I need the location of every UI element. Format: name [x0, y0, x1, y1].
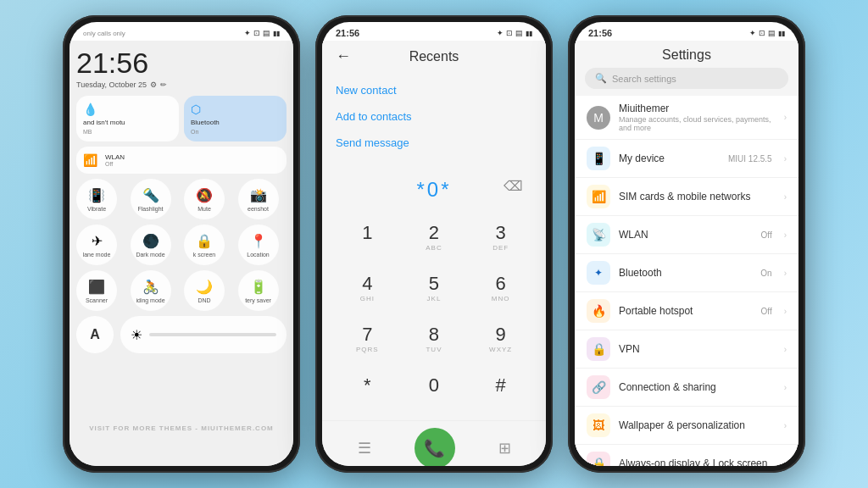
dialer-display: *0* ⌫ — [322, 161, 546, 210]
data-icon: 💧 — [83, 103, 172, 116]
wlan-tile[interactable]: 📶 WLAN Off — [76, 147, 287, 174]
brightness-control[interactable]: ☀ — [120, 316, 287, 353]
a-label: A — [90, 327, 100, 342]
chevron-icon: › — [784, 269, 787, 278]
status-bar-2: 21:56 ✦ ⊡ ▤ ▮▮ — [322, 22, 546, 41]
my-device-item[interactable]: 📱 My device MIUI 12.5.5 › — [575, 140, 798, 178]
chevron-icon: › — [784, 192, 787, 202]
status-bar-3: 21:56 ✦ ⊡ ▤ ▮▮ — [575, 22, 798, 41]
settings-content: Settings 🔍 Search settings M Miuithemer … — [575, 41, 798, 466]
mute-btn[interactable]: 🔕Mute — [184, 179, 225, 219]
sim-icon: 📶 — [587, 185, 610, 208]
wallpaper-name: Wallpaper & personalization — [619, 419, 776, 431]
phones-container: only calls only ✦ ⊡ ▤ ▮▮ 21:56 Tuesday, … — [54, 7, 814, 481]
search-icon: 🔍 — [595, 73, 607, 84]
watermark: VISIT FOR MORE THEMES - MIUITHEMER.COM — [70, 424, 293, 432]
account-item[interactable]: M Miuithemer Manage accounts, cloud serv… — [575, 96, 798, 140]
key-3[interactable]: 3DEF — [469, 214, 532, 261]
send-message-link[interactable]: Send message — [336, 131, 532, 154]
connection-sharing-item[interactable]: 🔗 Connection & sharing › — [575, 369, 798, 407]
search-placeholder: Search settings — [612, 74, 676, 84]
quick-actions-grid-2: ✈lane mode 🌑Dark mode 🔒k screen 📍Locatio… — [76, 225, 287, 265]
hotspot-name: Portable hotspot — [619, 305, 753, 317]
bottom-bar-1: A ☀ — [76, 316, 287, 353]
key-1[interactable]: 1 — [336, 214, 399, 261]
key-4[interactable]: 4GHI — [336, 264, 399, 312]
chevron-icon: › — [784, 230, 787, 240]
data-sub: MB — [83, 129, 172, 135]
chevron-icon: › — [784, 113, 787, 122]
key-5[interactable]: 5JKL — [403, 264, 466, 312]
bluetooth-icon: ⬡ — [191, 103, 280, 116]
hotspot-text: Portable hotspot — [619, 305, 753, 317]
key-0[interactable]: 0 — [403, 366, 466, 413]
clock-display: 21:56 — [76, 47, 287, 79]
bluetooth-value: On — [760, 269, 771, 278]
date-display: Tuesday, October 25 ⚙✏ — [76, 80, 287, 89]
key-2[interactable]: 2ABC — [403, 214, 466, 261]
delete-button[interactable]: ⌫ — [504, 178, 526, 194]
brightness-track[interactable] — [149, 333, 276, 336]
key-8[interactable]: 8TUV — [403, 315, 466, 363]
accessibility-btn[interactable]: A — [76, 316, 114, 353]
bluetooth-item[interactable]: ✦ Bluetooth On › — [575, 254, 798, 292]
quick-actions-grid: 📳Vibrate 🔦Flashlight 🔕Mute 📸eenshot — [76, 179, 287, 219]
key-6[interactable]: 6MNO — [469, 264, 532, 312]
connection-text: Connection & sharing — [619, 381, 776, 393]
wlan-sub: Off — [105, 161, 125, 167]
quick-tiles-row: 💧 and isn't motu MB ⬡ Bluetooth On — [76, 96, 287, 141]
flashlight-btn[interactable]: 🔦Flashlight — [131, 179, 171, 219]
connection-icon: 🔗 — [587, 375, 610, 399]
location-btn[interactable]: 📍Location — [238, 225, 279, 265]
call-button[interactable]: 📞 — [415, 428, 455, 466]
add-to-contacts-link[interactable]: Add to contacts — [336, 105, 532, 128]
notify-text: only calls only — [83, 30, 125, 37]
key-hash[interactable]: # — [469, 366, 532, 413]
device-icon: 📱 — [587, 147, 610, 170]
sim-cards-item[interactable]: 📶 SIM cards & mobile networks › — [575, 178, 798, 216]
plane-mode-btn[interactable]: ✈lane mode — [76, 225, 117, 265]
settings-search[interactable]: 🔍 Search settings — [585, 68, 788, 89]
keypad-icon[interactable]: ⊞ — [498, 439, 511, 458]
vibrate-btn[interactable]: 📳Vibrate — [76, 179, 117, 219]
status-bar-1: only calls only ✦ ⊡ ▤ ▮▮ — [70, 22, 293, 41]
wallpaper-item[interactable]: 🖼 Wallpaper & personalization › — [575, 407, 798, 445]
wlan-label: WLAN — [105, 153, 125, 161]
vpn-item[interactable]: 🔒 VPN › — [575, 330, 798, 369]
key-7[interactable]: 7PQRS — [336, 315, 399, 363]
new-contact-link[interactable]: New contact — [336, 79, 532, 102]
chevron-icon: › — [784, 421, 787, 430]
avatar-icon: M — [587, 106, 610, 130]
wallpaper-icon: 🖼 — [587, 413, 610, 437]
bluetooth-tile[interactable]: ⬡ Bluetooth On — [184, 96, 287, 141]
scanner-btn[interactable]: ⬛Scanner — [76, 270, 117, 311]
battery-saver-btn[interactable]: 🔋tery saver — [238, 270, 279, 311]
lock-screen-btn[interactable]: 🔒k screen — [184, 225, 225, 265]
riding-btn[interactable]: 🚴iding mode — [131, 270, 171, 311]
account-sub: Manage accounts, cloud services, payment… — [619, 115, 776, 132]
chevron-icon: › — [784, 154, 787, 164]
status-icons-1: ✦ ⊡ ▤ ▮▮ — [244, 29, 280, 37]
phone-3: 21:56 ✦ ⊡ ▤ ▮▮ Settings 🔍 Search setting… — [568, 15, 805, 473]
wlan-item[interactable]: 📡 WLAN Off › — [575, 216, 798, 254]
screenshot-btn[interactable]: 📸eenshot — [238, 179, 279, 219]
wallpaper-text: Wallpaper & personalization — [619, 419, 776, 431]
wlan-row: 📶 WLAN Off — [76, 147, 287, 174]
back-button[interactable]: ← — [336, 47, 351, 65]
data-tile[interactable]: 💧 and isn't motu MB — [76, 96, 179, 141]
quick-actions-grid-3: ⬛Scanner 🚴iding mode 🌙DND 🔋tery saver — [76, 270, 287, 311]
aod-text: Always-on display & Lock screen — [619, 458, 776, 466]
key-star[interactable]: * — [336, 366, 399, 413]
aod-item[interactable]: 🔒 Always-on display & Lock screen › — [575, 445, 798, 466]
control-center-content: 21:56 Tuesday, October 25 ⚙✏ 💧 and isn't… — [70, 41, 293, 466]
hotspot-value: Off — [761, 307, 772, 316]
wlan-setting-name: WLAN — [619, 229, 753, 241]
dark-mode-btn[interactable]: 🌑Dark mode — [131, 225, 171, 265]
aod-name: Always-on display & Lock screen — [619, 458, 776, 466]
key-9[interactable]: 9WXYZ — [469, 315, 532, 363]
settings-list: M Miuithemer Manage accounts, cloud serv… — [575, 96, 798, 466]
contacts-icon[interactable]: ☰ — [358, 439, 371, 458]
hotspot-item[interactable]: 🔥 Portable hotspot Off › — [575, 292, 798, 330]
dnd-btn[interactable]: 🌙DND — [184, 270, 225, 311]
settings-title: Settings — [575, 41, 798, 68]
